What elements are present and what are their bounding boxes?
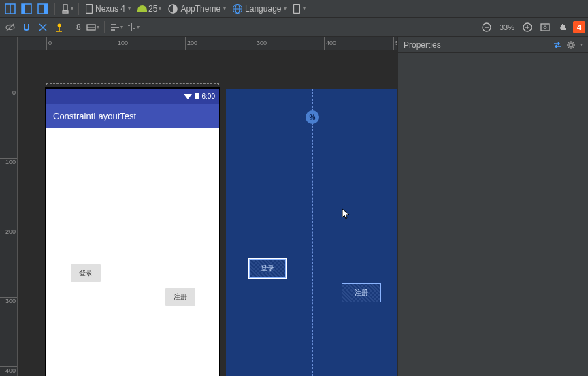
margin-picker-icon[interactable]: ▾	[85, 20, 100, 35]
wifi-icon	[184, 93, 192, 99]
bp-register-button[interactable]: 注册	[342, 283, 381, 302]
top-toolbar: ▾ Nexus 4 ▾ 25 ▾ AppTheme ▾ Language ▾ ▾	[0, 0, 588, 18]
chevron-down-icon: ▾	[223, 5, 226, 12]
blueprint-guideline-v[interactable]	[312, 89, 313, 376]
ruler-tick: 0	[46, 37, 52, 50]
svg-rect-27	[541, 24, 549, 31]
svg-rect-3	[22, 4, 25, 14]
guidelines-icon[interactable]: ▾	[125, 20, 140, 35]
battery-icon	[195, 93, 199, 99]
svg-point-33	[569, 43, 573, 47]
variant-picker[interactable]: ▾	[291, 4, 308, 14]
margin-number: 8	[74, 22, 84, 32]
language-picker[interactable]: Language ▾	[230, 4, 289, 14]
chevron-down-icon[interactable]: ▾	[580, 42, 583, 48]
chevron-down-icon: ▾	[128, 5, 131, 12]
percent-symbol: %	[310, 114, 316, 121]
canvas[interactable]: 6:00 ConstraintLayoutTest 登录 注册	[18, 50, 397, 376]
globe-icon	[233, 4, 242, 14]
view-mode-blueprint-icon[interactable]	[35, 1, 50, 16]
svg-rect-29	[195, 93, 199, 99]
app-title: ConstraintLayoutTest	[53, 111, 136, 121]
ruler-tick: 100	[116, 37, 128, 50]
zoom-label: 33%	[497, 23, 517, 31]
ruler-horizontal: 0 100 200 300 400 500	[18, 37, 397, 50]
app-bar: ConstraintLayoutTest	[46, 104, 219, 128]
ruler-tick: 100	[0, 158, 17, 166]
zoom-fit-icon[interactable]	[538, 20, 553, 35]
status-bar: 6:00	[46, 89, 219, 104]
separator	[78, 3, 79, 15]
view-mode-design-icon[interactable]	[19, 1, 34, 16]
ruler-tick: 200	[185, 37, 197, 50]
properties-title: Properties	[404, 40, 441, 50]
warnings-badge[interactable]: 4	[573, 21, 585, 33]
device-preview[interactable]: 6:00 ConstraintLayoutTest 登录 注册	[46, 89, 219, 376]
chevron-down-icon: ▾	[284, 5, 287, 12]
theme-label: AppTheme	[180, 4, 220, 14]
ruler-tick: 300	[0, 297, 17, 304]
view-mode-split-icon[interactable]	[3, 1, 18, 16]
align-icon[interactable]: ▾	[109, 20, 124, 35]
design-surface[interactable]: 0 100 200 300 400 500 0 100 200 300 400 …	[0, 37, 397, 376]
svg-rect-30	[196, 93, 198, 93]
bp-login-button[interactable]: 登录	[249, 259, 286, 278]
svg-point-13	[58, 23, 61, 27]
ruler-tick: 400	[324, 37, 336, 50]
register-button[interactable]: 注册	[165, 288, 195, 306]
device-label: Nexus 4	[95, 4, 125, 14]
infer-constraints-icon[interactable]	[52, 20, 67, 35]
separator	[54, 3, 55, 15]
swap-icon[interactable]	[553, 40, 562, 50]
phone-icon	[86, 4, 93, 14]
ruler-tick: 300	[255, 37, 267, 50]
zoom-out-icon[interactable]	[479, 20, 494, 35]
main-area: 0 100 200 300 400 500 0 100 200 300 400 …	[0, 37, 588, 376]
login-button[interactable]: 登录	[71, 264, 101, 282]
api-picker[interactable]: 25 ▾	[135, 4, 164, 14]
pan-icon[interactable]	[555, 20, 570, 35]
clear-constraints-icon[interactable]	[35, 20, 50, 35]
second-toolbar: 8 ▾ ▾ ▾ 33% 4	[0, 18, 588, 37]
blueprint-view[interactable]: % 登录 注册	[226, 89, 397, 376]
svg-rect-5	[44, 4, 48, 14]
chevron-down-icon: ▾	[159, 5, 161, 12]
magnet-icon[interactable]	[19, 20, 34, 35]
ruler-tick: 0	[0, 89, 17, 96]
android-icon	[137, 5, 147, 12]
svg-rect-8	[294, 4, 300, 13]
status-time: 6:00	[202, 93, 215, 100]
svg-point-28	[544, 26, 546, 29]
device-picker[interactable]: Nexus 4 ▾	[83, 4, 133, 14]
svg-rect-6	[86, 4, 93, 13]
properties-header: Properties ▾	[398, 37, 588, 53]
percent-badge[interactable]: %	[306, 110, 319, 124]
device-body[interactable]: 登录 注册	[46, 128, 219, 376]
ruler-tick: 400	[0, 366, 17, 374]
ruler-tick: 200	[0, 228, 17, 235]
properties-panel: Properties ▾	[397, 37, 588, 376]
theme-picker[interactable]: AppTheme ▾	[165, 4, 229, 14]
orientation-icon[interactable]: ▾	[59, 1, 74, 16]
eye-off-icon[interactable]	[3, 20, 18, 35]
language-label: Language	[245, 4, 281, 14]
theme-icon	[168, 4, 178, 14]
warn-count: 4	[577, 23, 581, 31]
api-label: 25	[148, 4, 157, 14]
separator	[104, 21, 105, 33]
chevron-down-icon: ▾	[303, 5, 306, 12]
gear-icon[interactable]	[566, 40, 576, 50]
ruler-corner	[0, 37, 18, 50]
ruler-vertical: 0 100 200 300 400	[0, 50, 18, 376]
phone-icon	[293, 4, 300, 14]
zoom-in-icon[interactable]	[520, 20, 535, 35]
ruler-tick: 500	[393, 37, 397, 50]
